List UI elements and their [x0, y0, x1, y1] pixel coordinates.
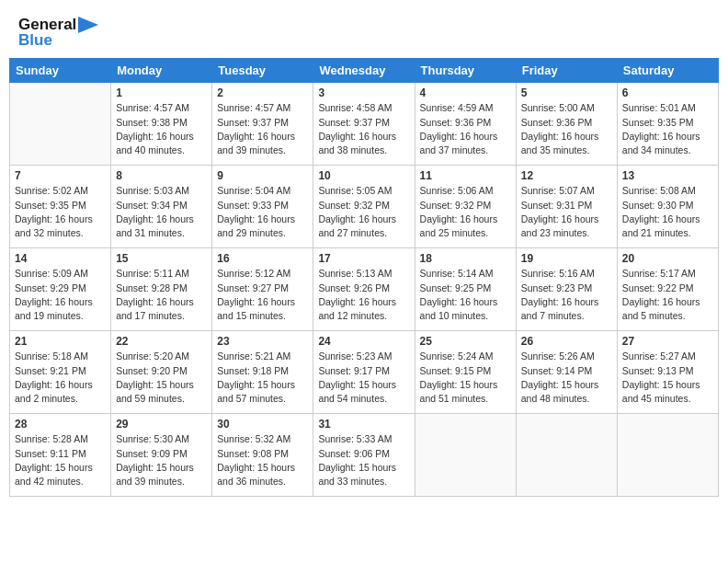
day-number: 12 — [521, 169, 612, 182]
day-number: 2 — [217, 86, 308, 99]
day-info: Sunrise: 5:09 AM Sunset: 9:29 PM Dayligh… — [15, 267, 106, 323]
day-number: 10 — [318, 169, 409, 182]
day-number: 13 — [622, 169, 713, 182]
day-info: Sunrise: 5:21 AM Sunset: 9:18 PM Dayligh… — [217, 350, 308, 406]
day-number: 17 — [318, 252, 409, 265]
day-number: 18 — [420, 252, 511, 265]
calendar-cell: 16Sunrise: 5:12 AM Sunset: 9:27 PM Dayli… — [212, 248, 313, 331]
logo-arrow-icon — [78, 17, 98, 33]
day-info: Sunrise: 5:23 AM Sunset: 9:17 PM Dayligh… — [318, 350, 409, 406]
week-row-4: 21Sunrise: 5:18 AM Sunset: 9:21 PM Dayli… — [10, 331, 719, 414]
day-number: 19 — [521, 252, 612, 265]
day-info: Sunrise: 5:26 AM Sunset: 9:14 PM Dayligh… — [521, 350, 612, 406]
day-info: Sunrise: 5:02 AM Sunset: 9:35 PM Dayligh… — [15, 184, 106, 240]
day-info: Sunrise: 5:30 AM Sunset: 9:09 PM Dayligh… — [116, 432, 207, 488]
day-info: Sunrise: 5:05 AM Sunset: 9:32 PM Dayligh… — [318, 184, 409, 240]
logo-text-blue: Blue — [18, 32, 98, 50]
calendar-cell: 27Sunrise: 5:27 AM Sunset: 9:13 PM Dayli… — [617, 331, 718, 414]
calendar-cell: 7Sunrise: 5:02 AM Sunset: 9:35 PM Daylig… — [10, 166, 111, 248]
day-info: Sunrise: 5:08 AM Sunset: 9:30 PM Dayligh… — [622, 184, 713, 240]
calendar-cell: 2Sunrise: 4:57 AM Sunset: 9:37 PM Daylig… — [212, 83, 313, 166]
calendar-cell: 8Sunrise: 5:03 AM Sunset: 9:34 PM Daylig… — [111, 166, 212, 248]
calendar-cell: 1Sunrise: 4:57 AM Sunset: 9:38 PM Daylig… — [111, 83, 212, 166]
calendar-cell: 17Sunrise: 5:13 AM Sunset: 9:26 PM Dayli… — [313, 248, 415, 331]
day-number: 8 — [116, 169, 207, 182]
day-number: 15 — [116, 252, 207, 265]
day-info: Sunrise: 4:58 AM Sunset: 9:37 PM Dayligh… — [318, 101, 409, 157]
col-header-saturday: Saturday — [617, 59, 718, 83]
calendar-cell: 24Sunrise: 5:23 AM Sunset: 9:17 PM Dayli… — [313, 331, 415, 414]
calendar-cell — [415, 414, 516, 497]
day-number: 4 — [420, 86, 511, 99]
day-number: 29 — [116, 418, 207, 431]
day-info: Sunrise: 5:24 AM Sunset: 9:15 PM Dayligh… — [420, 350, 511, 406]
day-number: 28 — [15, 418, 106, 431]
calendar-cell: 5Sunrise: 5:00 AM Sunset: 9:36 PM Daylig… — [516, 83, 617, 166]
week-row-1: 1Sunrise: 4:57 AM Sunset: 9:38 PM Daylig… — [10, 83, 719, 166]
day-number: 7 — [15, 169, 106, 182]
calendar-cell: 10Sunrise: 5:05 AM Sunset: 9:32 PM Dayli… — [313, 166, 415, 248]
calendar-cell: 23Sunrise: 5:21 AM Sunset: 9:18 PM Dayli… — [212, 331, 313, 414]
day-number: 14 — [15, 252, 106, 265]
day-number: 26 — [521, 335, 612, 348]
logo-container: General Blue — [18, 17, 98, 49]
calendar-cell — [10, 83, 111, 166]
day-info: Sunrise: 5:14 AM Sunset: 9:25 PM Dayligh… — [420, 267, 511, 323]
day-number: 20 — [622, 252, 713, 265]
calendar-cell: 6Sunrise: 5:01 AM Sunset: 9:35 PM Daylig… — [617, 83, 718, 166]
calendar-cell: 19Sunrise: 5:16 AM Sunset: 9:23 PM Dayli… — [516, 248, 617, 331]
calendar-cell — [617, 414, 718, 497]
calendar-cell: 20Sunrise: 5:17 AM Sunset: 9:22 PM Dayli… — [617, 248, 718, 331]
day-info: Sunrise: 4:57 AM Sunset: 9:38 PM Dayligh… — [116, 101, 207, 157]
logo: General Blue — [18, 17, 98, 49]
calendar-cell: 25Sunrise: 5:24 AM Sunset: 9:15 PM Dayli… — [415, 331, 516, 414]
day-info: Sunrise: 5:07 AM Sunset: 9:31 PM Dayligh… — [521, 184, 612, 240]
col-header-sunday: Sunday — [10, 59, 111, 83]
day-info: Sunrise: 5:28 AM Sunset: 9:11 PM Dayligh… — [15, 432, 106, 488]
day-info: Sunrise: 5:27 AM Sunset: 9:13 PM Dayligh… — [622, 350, 713, 406]
calendar-table: SundayMondayTuesdayWednesdayThursdayFrid… — [9, 58, 719, 497]
col-header-thursday: Thursday — [415, 59, 516, 83]
day-number: 11 — [420, 169, 511, 182]
col-header-wednesday: Wednesday — [313, 59, 415, 83]
day-number: 5 — [521, 86, 612, 99]
calendar-cell: 12Sunrise: 5:07 AM Sunset: 9:31 PM Dayli… — [516, 166, 617, 248]
day-info: Sunrise: 5:18 AM Sunset: 9:21 PM Dayligh… — [15, 350, 106, 406]
day-info: Sunrise: 4:59 AM Sunset: 9:36 PM Dayligh… — [420, 101, 511, 157]
calendar-cell: 15Sunrise: 5:11 AM Sunset: 9:28 PM Dayli… — [111, 248, 212, 331]
day-info: Sunrise: 5:33 AM Sunset: 9:06 PM Dayligh… — [318, 432, 409, 488]
day-info: Sunrise: 5:20 AM Sunset: 9:20 PM Dayligh… — [116, 350, 207, 406]
day-number: 22 — [116, 335, 207, 348]
day-info: Sunrise: 5:13 AM Sunset: 9:26 PM Dayligh… — [318, 267, 409, 323]
calendar-cell — [516, 414, 617, 497]
calendar-cell: 21Sunrise: 5:18 AM Sunset: 9:21 PM Dayli… — [10, 331, 111, 414]
day-info: Sunrise: 5:16 AM Sunset: 9:23 PM Dayligh… — [521, 267, 612, 323]
day-number: 23 — [217, 335, 308, 348]
calendar-header-row: SundayMondayTuesdayWednesdayThursdayFrid… — [10, 59, 719, 83]
day-number: 9 — [217, 169, 308, 182]
calendar-cell: 11Sunrise: 5:06 AM Sunset: 9:32 PM Dayli… — [415, 166, 516, 248]
col-header-tuesday: Tuesday — [212, 59, 313, 83]
day-number: 3 — [318, 86, 409, 99]
day-info: Sunrise: 5:17 AM Sunset: 9:22 PM Dayligh… — [622, 267, 713, 323]
day-info: Sunrise: 5:01 AM Sunset: 9:35 PM Dayligh… — [622, 101, 713, 157]
week-row-5: 28Sunrise: 5:28 AM Sunset: 9:11 PM Dayli… — [10, 414, 719, 497]
day-info: Sunrise: 5:06 AM Sunset: 9:32 PM Dayligh… — [420, 184, 511, 240]
day-number: 1 — [116, 86, 207, 99]
calendar-cell: 3Sunrise: 4:58 AM Sunset: 9:37 PM Daylig… — [313, 83, 415, 166]
day-info: Sunrise: 5:03 AM Sunset: 9:34 PM Dayligh… — [116, 184, 207, 240]
calendar-cell: 13Sunrise: 5:08 AM Sunset: 9:30 PM Dayli… — [617, 166, 718, 248]
day-number: 31 — [318, 418, 409, 431]
day-number: 25 — [420, 335, 511, 348]
day-info: Sunrise: 5:11 AM Sunset: 9:28 PM Dayligh… — [116, 267, 207, 323]
day-info: Sunrise: 4:57 AM Sunset: 9:37 PM Dayligh… — [217, 101, 308, 157]
calendar-cell: 26Sunrise: 5:26 AM Sunset: 9:14 PM Dayli… — [516, 331, 617, 414]
calendar-cell: 22Sunrise: 5:20 AM Sunset: 9:20 PM Dayli… — [111, 331, 212, 414]
day-number: 21 — [15, 335, 106, 348]
calendar-cell: 29Sunrise: 5:30 AM Sunset: 9:09 PM Dayli… — [111, 414, 212, 497]
day-info: Sunrise: 5:04 AM Sunset: 9:33 PM Dayligh… — [217, 184, 308, 240]
svg-marker-0 — [78, 17, 98, 33]
calendar-cell: 4Sunrise: 4:59 AM Sunset: 9:36 PM Daylig… — [415, 83, 516, 166]
calendar-cell: 14Sunrise: 5:09 AM Sunset: 9:29 PM Dayli… — [10, 248, 111, 331]
day-info: Sunrise: 5:32 AM Sunset: 9:08 PM Dayligh… — [217, 432, 308, 488]
